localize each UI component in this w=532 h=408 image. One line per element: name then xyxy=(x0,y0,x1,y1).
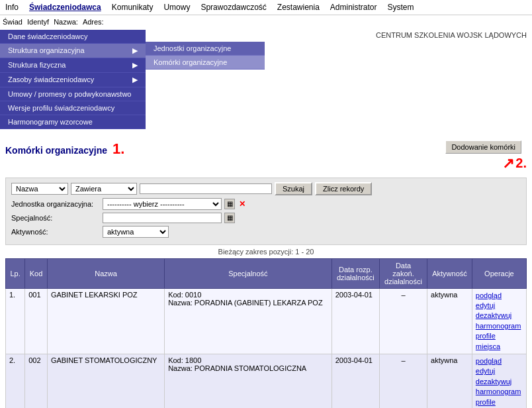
range-text: Bieżący zakres pozycji: 1 - 20 xyxy=(5,248,527,256)
count-button[interactable]: Zlicz rekordy xyxy=(315,182,372,195)
dropdown-zasoby[interactable]: Zasoby świadczeniodawcy ▶ xyxy=(0,73,146,87)
op-harmonogram[interactable]: harmonogram xyxy=(476,321,523,331)
dropdown-umowy[interactable]: Umowy / promesy o podwykonawstwo xyxy=(0,87,146,101)
dropdown-dane-label: Dane świadczeniodawcy xyxy=(8,32,87,40)
search-field-select[interactable]: Nazwa Kod Specjalność xyxy=(11,183,68,195)
col-nazwa: Nazwa xyxy=(47,258,164,288)
page-title: Komórki organizacyjne xyxy=(5,145,110,156)
cell-data-zak: – xyxy=(379,354,427,408)
dropdown-dane[interactable]: Dane świadczeniodawcy xyxy=(0,30,146,44)
col-aktywnosc: Aktywność xyxy=(427,258,472,288)
menu-item-zestawienia[interactable]: Zestawienia xyxy=(272,1,325,13)
col-specialnosc: Specjalność xyxy=(165,258,332,288)
cell-nazwa: GABINET STOMATOLOGICZNY xyxy=(47,354,164,408)
search-input[interactable] xyxy=(140,183,272,194)
col-kod: Kod xyxy=(25,258,48,288)
menu-item-swiadczeniodawca[interactable]: Świadczeniodawca xyxy=(24,1,107,13)
org-unit-label: Jednostka organizacyjna: xyxy=(11,200,97,208)
dropdown-zasoby-label: Zasoby świadczeniodawcy xyxy=(8,76,94,83)
dropdown-struktura-org[interactable]: Struktura organizacyjna ▶ xyxy=(0,44,146,58)
col-operacje: Operacje xyxy=(472,258,526,288)
menu-item-administrator[interactable]: Administrator xyxy=(325,1,382,13)
cell-lp: 2. xyxy=(6,354,25,408)
op-dezaktywuj[interactable]: dezaktywuj xyxy=(476,311,523,321)
cell-specialnosc: Kod: 0010Nazwa: PORADNIA (GABINET) LEKAR… xyxy=(165,288,332,354)
cell-data-zak: – xyxy=(379,288,427,354)
cell-aktywnosc: aktywna xyxy=(427,288,472,354)
main-content: Dane świadczeniodawcy Struktura organiza… xyxy=(0,30,532,408)
op-podgląd[interactable]: podgląd xyxy=(476,291,523,301)
op-profile[interactable]: profile xyxy=(476,397,523,407)
cell-operacje: podglądedytujdezaktywujharmonogramprofil… xyxy=(472,288,526,354)
op-dezaktywuj[interactable]: dezaktywuj xyxy=(476,377,523,387)
col-lp: Lp. xyxy=(6,258,25,288)
cell-specialnosc: Kod: 1800Nazwa: PORADNIA STOMATOLOGICZNA xyxy=(165,354,332,408)
chevron-right-icon: ▶ xyxy=(132,46,138,55)
dropdown-umowy-label: Umowy / promesy o podwykonawstwo xyxy=(8,90,131,98)
dropdown-jednostki[interactable]: Jednostki organizacyjne xyxy=(146,42,265,56)
cell-kod: 001 xyxy=(25,288,48,354)
op-miejsca[interactable]: miejsca xyxy=(476,342,523,352)
specialty-lookup-icon[interactable]: ▦ xyxy=(224,213,235,223)
dropdown-struktura-fiz-label: Struktura fizyczna xyxy=(8,61,66,69)
dropdown-col2: Jednostki organizacyjne Komórki organiza… xyxy=(146,42,265,129)
cell-lp: 1. xyxy=(6,288,25,354)
op-harmonogram[interactable]: harmonogram xyxy=(476,387,523,397)
dropdown-col1: Dane świadczeniodawcy Struktura organiza… xyxy=(0,30,146,129)
op-podgląd[interactable]: podgląd xyxy=(476,356,523,366)
specialty-input[interactable] xyxy=(103,213,222,223)
dropdown-overlay: Dane świadczeniodawcy Struktura organiza… xyxy=(0,30,265,129)
menu-item-info[interactable]: Info xyxy=(0,1,24,13)
identity-label: Identyf xyxy=(27,18,49,26)
org-unit-select[interactable]: ---------- wybierz ---------- xyxy=(103,198,222,210)
menu-item-system[interactable]: System xyxy=(382,1,420,13)
annotation-1: 1. xyxy=(112,140,124,157)
cell-data-rozp: 2003-04-01 xyxy=(332,354,379,408)
specialty-label: Specjalność: xyxy=(11,214,97,222)
activity-select[interactable]: aktywna nieaktywna wszystkie xyxy=(103,226,169,238)
dropdown-komorki[interactable]: Komórki organizacyjne xyxy=(146,56,265,70)
chevron-right-icon2: ▶ xyxy=(132,61,138,70)
calendar-icon[interactable]: ▦ xyxy=(224,199,235,209)
table-container: Bieżący zakres pozycji: 1 - 20 Lp. Kod N… xyxy=(5,248,527,408)
page-heading: Komórki organizacyjne 1. xyxy=(5,140,124,158)
annotation-2: 2. xyxy=(515,156,527,171)
op-edytuj[interactable]: edytuj xyxy=(476,301,523,311)
cell-data-rozp: 2003-04-01 xyxy=(332,288,379,354)
cell-operacje: podglądedytujdezaktywujharmonogramprofil… xyxy=(472,354,526,408)
cell-nazwa: GABINET LEKARSKI POZ xyxy=(47,288,164,354)
col-data-rozp: Data rozp.działalności xyxy=(332,258,379,288)
menu-item-komunikaty[interactable]: Komunikaty xyxy=(107,1,159,13)
swiad-label: Świad xyxy=(3,18,22,26)
cell-kod: 002 xyxy=(25,354,48,408)
cell-aktywnosc: aktywna xyxy=(427,354,472,408)
op-edytuj[interactable]: edytuj xyxy=(476,366,523,376)
dropdown-harmonogramy-label: Harmonogramy wzorcowe xyxy=(8,118,93,126)
search-condition-select[interactable]: Zawiera Równa się Zaczyna się od xyxy=(71,183,137,195)
dropdown-wersje-label: Wersje profilu świadczeniodawcy xyxy=(8,104,114,112)
search-button[interactable]: Szukaj xyxy=(275,182,312,195)
adres-label: Adres: xyxy=(83,18,104,26)
menu-item-sprawozdawczosc[interactable]: Sprawozdawczość xyxy=(195,1,271,13)
nazwa-label: Nazwa: xyxy=(54,18,78,26)
add-komorka-button[interactable]: Dodowanie komórki xyxy=(445,140,521,154)
op-profile[interactable]: profile xyxy=(476,331,523,341)
top-info-panel: Świad Identyf Nazwa: Adres: xyxy=(0,15,532,30)
org-title: CENTRUM SZKOLENIA WOJSK LĄDOWYCH xyxy=(376,31,527,39)
dropdown-harmonogramy[interactable]: Harmonogramy wzorcowe xyxy=(0,115,146,129)
col-data-zak: Datazakoń.działalności xyxy=(379,258,427,288)
activity-label: Aktywność: xyxy=(11,228,97,236)
table-row: 2.002GABINET STOMATOLOGICZNYKod: 1800Naz… xyxy=(6,354,527,408)
dropdown-struktura-org-label: Struktura organizacyjna xyxy=(8,46,85,54)
dropdown-struktura-fiz[interactable]: Struktura fizyczna ▶ xyxy=(0,58,146,73)
clear-org-unit-button[interactable]: ✕ xyxy=(239,199,245,209)
search-bar: Nazwa Kod Specjalność Zawiera Równa się … xyxy=(5,178,527,245)
top-menu: Info Świadczeniodawca Komunikaty Umowy S… xyxy=(0,0,532,15)
dropdown-jednostki-label: Jednostki organizacyjne xyxy=(154,44,231,52)
table-row: 1.001GABINET LEKARSKI POZKod: 0010Nazwa:… xyxy=(6,288,527,354)
arrow-right-icon: ↗ xyxy=(502,155,514,172)
dropdown-wersje[interactable]: Wersje profilu świadczeniodawcy xyxy=(0,101,146,115)
menu-item-umowy[interactable]: Umowy xyxy=(158,1,195,13)
dropdown-komorki-label: Komórki organizacyjne xyxy=(154,58,227,66)
chevron-right-icon3: ▶ xyxy=(132,76,138,84)
